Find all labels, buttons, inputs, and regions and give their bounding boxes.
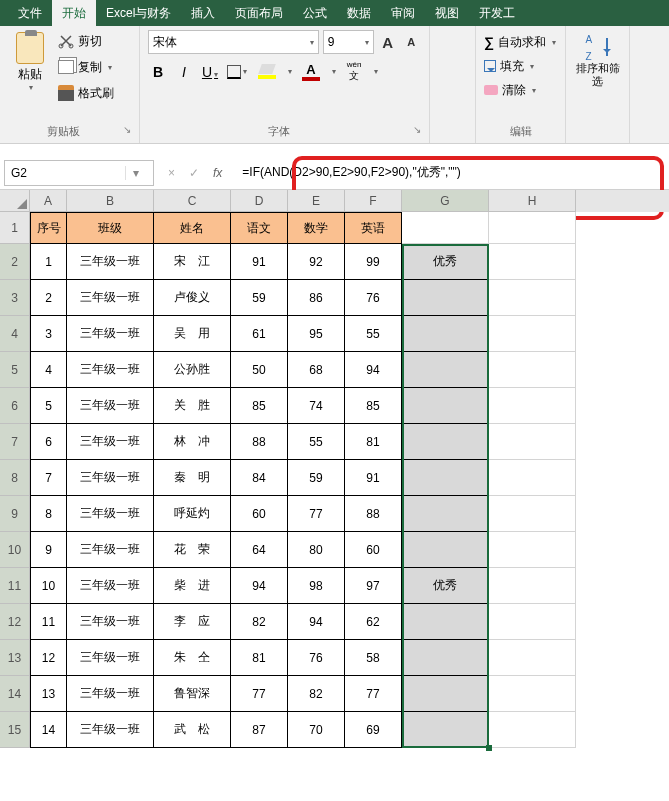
font-color-button[interactable]: A xyxy=(298,62,324,81)
clear-button[interactable]: 清除▾ xyxy=(484,78,557,102)
menu-file[interactable]: 文件 xyxy=(8,0,52,26)
cell-G8[interactable] xyxy=(402,460,489,496)
cell-G7[interactable] xyxy=(402,424,489,460)
menu-insert[interactable]: 插入 xyxy=(181,0,225,26)
menu-view[interactable]: 视图 xyxy=(425,0,469,26)
cell-G2[interactable]: 优秀 xyxy=(402,244,489,280)
cell-D12[interactable]: 82 xyxy=(231,604,288,640)
header-cell-A1[interactable]: 序号 xyxy=(30,212,67,244)
cell-H13[interactable] xyxy=(489,640,576,676)
spreadsheet-grid[interactable]: ABCDEFGH1序号班级姓名语文数学英语21三年级一班宋 江919299优秀3… xyxy=(0,190,669,748)
cell-F4[interactable]: 55 xyxy=(345,316,402,352)
cell-A6[interactable]: 5 xyxy=(30,388,67,424)
font-size-select[interactable]: 9 ▾ xyxy=(323,30,374,54)
cell-H1[interactable] xyxy=(489,212,576,244)
header-cell-E1[interactable]: 数学 xyxy=(288,212,345,244)
cell-G5[interactable] xyxy=(402,352,489,388)
cell-C2[interactable]: 宋 江 xyxy=(154,244,231,280)
menu-developer[interactable]: 开发工 xyxy=(469,0,525,26)
sort-filter-button[interactable]: 排序和筛选 xyxy=(574,34,621,88)
row-header-12[interactable]: 12 xyxy=(0,604,30,640)
cell-D4[interactable]: 61 xyxy=(231,316,288,352)
cell-B14[interactable]: 三年级一班 xyxy=(67,676,154,712)
row-header-9[interactable]: 9 xyxy=(0,496,30,532)
cell-B3[interactable]: 三年级一班 xyxy=(67,280,154,316)
cell-D3[interactable]: 59 xyxy=(231,280,288,316)
column-header-F[interactable]: F xyxy=(345,190,402,212)
cell-F12[interactable]: 62 xyxy=(345,604,402,640)
cell-C5[interactable]: 公孙胜 xyxy=(154,352,231,388)
cell-F6[interactable]: 85 xyxy=(345,388,402,424)
column-header-A[interactable]: A xyxy=(30,190,67,212)
cell-G4[interactable] xyxy=(402,316,489,352)
copy-button[interactable]: 复制▾ xyxy=(58,56,114,78)
name-box[interactable]: ▾ xyxy=(4,160,154,186)
header-cell-D1[interactable]: 语文 xyxy=(231,212,288,244)
cell-E14[interactable]: 82 xyxy=(288,676,345,712)
cell-F5[interactable]: 94 xyxy=(345,352,402,388)
row-header-6[interactable]: 6 xyxy=(0,388,30,424)
row-header-4[interactable]: 4 xyxy=(0,316,30,352)
cell-C8[interactable]: 秦 明 xyxy=(154,460,231,496)
header-cell-B1[interactable]: 班级 xyxy=(67,212,154,244)
cell-H11[interactable] xyxy=(489,568,576,604)
cell-E9[interactable]: 77 xyxy=(288,496,345,532)
chevron-down-icon[interactable]: ▾ xyxy=(125,166,145,180)
row-header-1[interactable]: 1 xyxy=(0,212,30,244)
cell-B9[interactable]: 三年级一班 xyxy=(67,496,154,532)
cell-C11[interactable]: 柴 进 xyxy=(154,568,231,604)
cell-C15[interactable]: 武 松 xyxy=(154,712,231,748)
menu-data[interactable]: 数据 xyxy=(337,0,381,26)
row-header-13[interactable]: 13 xyxy=(0,640,30,676)
cell-D14[interactable]: 77 xyxy=(231,676,288,712)
cell-D11[interactable]: 94 xyxy=(231,568,288,604)
cell-E8[interactable]: 59 xyxy=(288,460,345,496)
column-header-E[interactable]: E xyxy=(288,190,345,212)
cell-F14[interactable]: 77 xyxy=(345,676,402,712)
cell-G15[interactable] xyxy=(402,712,489,748)
cell-E3[interactable]: 86 xyxy=(288,280,345,316)
cell-F7[interactable]: 81 xyxy=(345,424,402,460)
cell-B15[interactable]: 三年级一班 xyxy=(67,712,154,748)
cell-E15[interactable]: 70 xyxy=(288,712,345,748)
cell-H2[interactable] xyxy=(489,244,576,280)
dialog-launcher-icon[interactable]: ↘ xyxy=(413,124,421,135)
cell-B5[interactable]: 三年级一班 xyxy=(67,352,154,388)
cell-G14[interactable] xyxy=(402,676,489,712)
cell-C9[interactable]: 呼延灼 xyxy=(154,496,231,532)
cell-H4[interactable] xyxy=(489,316,576,352)
autosum-button[interactable]: ∑自动求和▾ xyxy=(484,30,557,54)
menu-excel-finance[interactable]: Excel与财务 xyxy=(96,0,181,26)
cell-C6[interactable]: 关 胜 xyxy=(154,388,231,424)
cell-F10[interactable]: 60 xyxy=(345,532,402,568)
cell-A15[interactable]: 14 xyxy=(30,712,67,748)
formula-input[interactable]: =IF(AND(D2>90,E2>90,F2>90),"优秀","") xyxy=(236,160,669,186)
cancel-formula-button[interactable]: × xyxy=(168,166,175,180)
chevron-down-icon[interactable]: ▾ xyxy=(374,67,378,76)
cell-C3[interactable]: 卢俊义 xyxy=(154,280,231,316)
cell-G10[interactable] xyxy=(402,532,489,568)
cell-F15[interactable]: 69 xyxy=(345,712,402,748)
cell-F3[interactable]: 76 xyxy=(345,280,402,316)
cell-A8[interactable]: 7 xyxy=(30,460,67,496)
cell-C10[interactable]: 花 荣 xyxy=(154,532,231,568)
cell-D5[interactable]: 50 xyxy=(231,352,288,388)
cell-A2[interactable]: 1 xyxy=(30,244,67,280)
cell-D6[interactable]: 85 xyxy=(231,388,288,424)
cell-A7[interactable]: 6 xyxy=(30,424,67,460)
cell-H12[interactable] xyxy=(489,604,576,640)
cut-button[interactable]: 剪切 xyxy=(58,30,114,52)
phonetic-guide-button[interactable]: wén文 xyxy=(342,60,366,83)
cell-D9[interactable]: 60 xyxy=(231,496,288,532)
cell-F11[interactable]: 97 xyxy=(345,568,402,604)
cell-H10[interactable] xyxy=(489,532,576,568)
border-button[interactable]: ▾ xyxy=(226,63,248,81)
row-header-15[interactable]: 15 xyxy=(0,712,30,748)
cell-G9[interactable] xyxy=(402,496,489,532)
row-header-7[interactable]: 7 xyxy=(0,424,30,460)
chevron-down-icon[interactable]: ▾ xyxy=(332,67,336,76)
cell-A4[interactable]: 3 xyxy=(30,316,67,352)
cell-H5[interactable] xyxy=(489,352,576,388)
cell-A11[interactable]: 10 xyxy=(30,568,67,604)
column-header-C[interactable]: C xyxy=(154,190,231,212)
